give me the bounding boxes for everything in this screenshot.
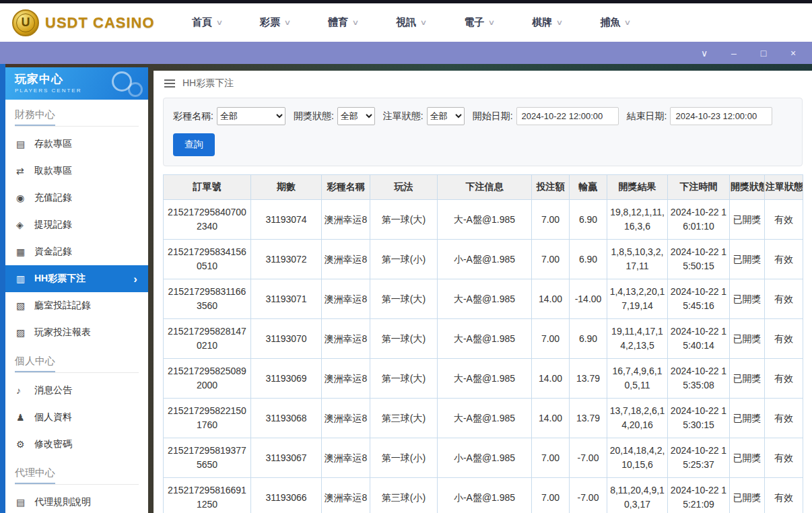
draw-status-select[interactable]: 全部 bbox=[337, 107, 375, 125]
sidebar-item-change-password[interactable]: ⚙修改密碼 bbox=[5, 431, 148, 458]
table-cell: 大-A盤@1.985 bbox=[438, 279, 532, 319]
filter-panel: 彩種名稱: 全部 開獎狀態: 全部 注單狀態: 全部 開始日期: 結束日期: 查… bbox=[163, 98, 803, 166]
table-cell: 19,11,4,17,14,2,13,5 bbox=[607, 319, 668, 359]
table-cell: 2152172958221501760 bbox=[164, 399, 251, 438]
sidebar-item-cashout-record[interactable]: ◈提現記錄 bbox=[5, 211, 148, 238]
sidebar-item-label: 個人資料 bbox=[34, 411, 72, 423]
nav-item-label: 電子 bbox=[464, 16, 484, 29]
sidebar-menu: 財務中心▤存款專區⇄取款專區◉充值記錄◈提現記錄▦資金記錄▥HH彩票下注›▧廳室… bbox=[5, 108, 148, 513]
table-cell: 2152172958193775650 bbox=[164, 438, 251, 478]
table-cell: 2024-10-22 15:30:15 bbox=[668, 399, 730, 438]
chevron-down-icon: ∨ bbox=[488, 18, 496, 27]
order-status-select[interactable]: 全部 bbox=[427, 107, 465, 125]
chips-decoration-icon bbox=[108, 70, 143, 97]
table-cell: 7.00 bbox=[532, 240, 570, 279]
table-cell: 20,14,18,4,2,10,15,6 bbox=[607, 438, 668, 478]
table-cell: 13,7,18,2,6,14,20,16 bbox=[607, 399, 668, 438]
top-navbar: U USDT CASINO 首頁∨彩票∨體育∨視訊∨電子∨棋牌∨捕魚∨ bbox=[0, 3, 812, 42]
table-head: 訂單號期數彩種名稱玩法下注信息投注額輸贏開獎結果下注時間開獎狀態注單狀態 bbox=[164, 175, 803, 200]
sidebar-item-player-bet-report[interactable]: ▨玩家投注報表 bbox=[5, 319, 148, 346]
table-cell: 16,7,4,9,6,10,5,11 bbox=[607, 359, 668, 399]
table-cell: 澳洲幸运8 bbox=[322, 399, 370, 438]
table-row: 215217295825089200031193069澳洲幸运8第一球(大)大-… bbox=[164, 359, 803, 399]
window-minimize-button[interactable]: – bbox=[729, 48, 739, 58]
table-body: 215217295840700234031193074澳洲幸运8第一球(大)大-… bbox=[164, 200, 803, 513]
deposit-icon: ▤ bbox=[16, 139, 34, 149]
column-header: 注單狀態 bbox=[765, 175, 803, 200]
table-cell: 第一球(小) bbox=[370, 438, 438, 478]
chevron-down-icon: ∨ bbox=[284, 18, 292, 27]
sidebar-section-label-text: 個人中心 bbox=[15, 355, 55, 372]
table-cell: -7.00 bbox=[570, 478, 607, 513]
sidebar-item-withdraw[interactable]: ⇄取款專區 bbox=[5, 158, 148, 184]
nav-item-1[interactable]: 首頁∨ bbox=[192, 16, 222, 29]
table-cell: 31193071 bbox=[251, 279, 322, 319]
hamburger-menu-icon[interactable] bbox=[164, 79, 175, 88]
table-cell: 31193068 bbox=[251, 399, 322, 438]
table-cell: 6.90 bbox=[570, 240, 607, 279]
table-cell: 1,4,13,2,20,17,19,14 bbox=[607, 279, 668, 319]
table-cell: 2152172958281470210 bbox=[164, 319, 251, 359]
table-cell: 有效 bbox=[765, 438, 803, 478]
room-bet-record-icon: ▧ bbox=[16, 300, 34, 311]
table-cell: 有效 bbox=[765, 399, 803, 438]
sidebar-item-hh-lottery-bets[interactable]: ▥HH彩票下注› bbox=[5, 265, 148, 292]
bet-report-icon: ▨ bbox=[16, 327, 34, 338]
search-button[interactable]: 查詢 bbox=[173, 133, 215, 156]
sidebar-item-announcements[interactable]: ♪消息公告 bbox=[5, 377, 148, 404]
lottery-name-select[interactable]: 全部 bbox=[217, 107, 285, 125]
table-cell: 澳洲幸运8 bbox=[322, 319, 370, 359]
nav-item-5[interactable]: 電子∨ bbox=[464, 16, 494, 29]
window-controls: ∨–□× bbox=[699, 48, 799, 58]
brand-logo[interactable]: U USDT CASINO bbox=[12, 9, 170, 36]
table-cell: 已開獎 bbox=[730, 399, 765, 438]
table-cell: 2024-10-22 15:21:09 bbox=[668, 478, 730, 513]
table-cell: 31193067 bbox=[251, 438, 322, 478]
window-maximize-button[interactable]: □ bbox=[758, 48, 769, 58]
table-cell: 大-A盤@1.985 bbox=[438, 200, 532, 240]
column-header: 期數 bbox=[251, 175, 322, 200]
sidebar-item-profile[interactable]: ♟個人資料 bbox=[5, 404, 148, 431]
sidebar-item-recharge-record[interactable]: ◉充值記錄 bbox=[5, 184, 148, 211]
table-cell: 已開獎 bbox=[730, 438, 765, 478]
table-cell: 大-A盤@1.985 bbox=[438, 399, 532, 438]
sidebar-item-deposit[interactable]: ▤存款專區 bbox=[5, 131, 148, 158]
table-cell: 有效 bbox=[765, 279, 803, 319]
bets-table: 訂單號期數彩種名稱玩法下注信息投注額輸贏開獎結果下注時間開獎狀態注單狀態2152… bbox=[163, 174, 803, 513]
window-close-button[interactable]: × bbox=[788, 48, 799, 58]
table-cell: 大-A盤@1.985 bbox=[438, 319, 532, 359]
lottery-name-label: 彩種名稱: bbox=[173, 110, 213, 123]
column-header: 玩法 bbox=[370, 175, 438, 200]
table-row: 215217295840700234031193074澳洲幸运8第一球(大)大-… bbox=[164, 200, 803, 240]
window-collapse-button[interactable]: ∨ bbox=[699, 48, 710, 58]
main-nav: 首頁∨彩票∨體育∨視訊∨電子∨棋牌∨捕魚∨ bbox=[192, 16, 630, 29]
sidebar-item-funds-record[interactable]: ▦資金記錄 bbox=[5, 238, 148, 265]
table-cell: 2152172958250892000 bbox=[164, 359, 251, 399]
table-cell: 2024-10-22 15:45:16 bbox=[668, 279, 730, 319]
sidebar-item-label: 存款專區 bbox=[34, 138, 72, 150]
nav-item-6[interactable]: 棋牌∨ bbox=[532, 16, 562, 29]
table-cell: 2152172958311663560 bbox=[164, 279, 251, 319]
table-cell: 14.00 bbox=[532, 279, 570, 319]
coin-logo-icon: U bbox=[12, 9, 39, 36]
app-content: 玩家中心 PLAYERS CENTER 財務中心▤存款專區⇄取款專區◉充值記錄◈… bbox=[0, 64, 812, 513]
lottery-bet-icon: ▥ bbox=[16, 273, 34, 284]
filter-row: 彩種名稱: 全部 開獎狀態: 全部 注單狀態: 全部 開始日期: 結束日期: bbox=[173, 107, 792, 125]
start-date-input[interactable] bbox=[516, 107, 619, 125]
sidebar-section-label-text: 財務中心 bbox=[15, 108, 55, 126]
nav-item-4[interactable]: 視訊∨ bbox=[396, 16, 426, 29]
gear-icon: ⚙ bbox=[16, 439, 34, 450]
table-cell: 2024-10-22 15:50:15 bbox=[668, 240, 730, 279]
sidebar-item-agent-rules[interactable]: ▤代理規則說明 bbox=[5, 489, 148, 513]
table-row: 215217295828147021031193070澳洲幸运8第一球(大)大-… bbox=[164, 319, 803, 359]
nav-item-2[interactable]: 彩票∨ bbox=[260, 16, 290, 29]
table-cell: 有效 bbox=[765, 478, 803, 513]
nav-item-3[interactable]: 體育∨ bbox=[328, 16, 358, 29]
column-header: 輸贏 bbox=[570, 175, 607, 200]
end-date-input[interactable] bbox=[670, 107, 772, 125]
nav-item-label: 體育 bbox=[328, 16, 348, 29]
sidebar-item-room-bet-record[interactable]: ▧廳室投註記錄 bbox=[5, 292, 148, 319]
table-cell: -14.00 bbox=[570, 279, 607, 319]
nav-item-7[interactable]: 捕魚∨ bbox=[600, 16, 630, 29]
sidebar-section-label-text: 代理中心 bbox=[15, 467, 55, 484]
